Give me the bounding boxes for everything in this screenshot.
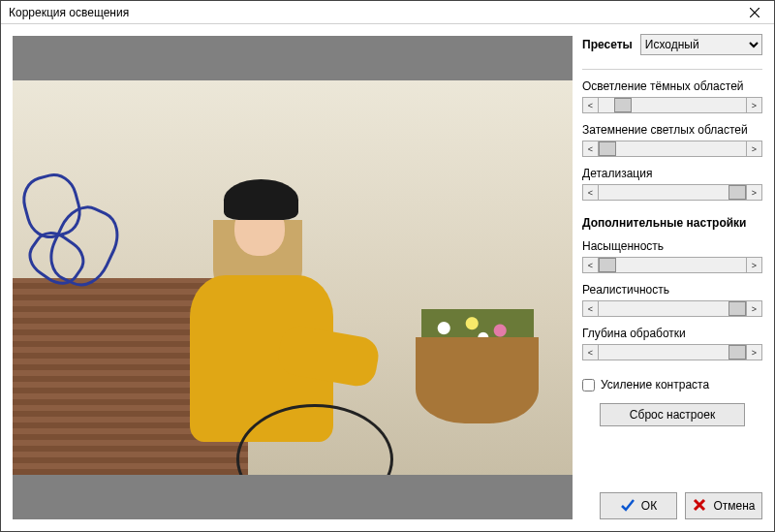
slider-control[interactable]: < >	[582, 141, 762, 157]
slider-track[interactable]	[599, 345, 746, 360]
slider-darken-light: Затемнение светлых областей < >	[582, 123, 762, 157]
chevron-right-icon[interactable]: >	[746, 98, 761, 112]
slider-control[interactable]: < >	[582, 97, 762, 113]
divider	[582, 69, 762, 70]
sidebar-controls: Пресеты Исходный Осветление тёмных облас…	[573, 24, 774, 531]
preview-image	[13, 80, 573, 476]
slider-thumb[interactable]	[728, 185, 746, 200]
slider-track[interactable]	[599, 301, 746, 316]
chevron-left-icon[interactable]: <	[583, 301, 599, 316]
slider-label: Глубина обработки	[582, 327, 762, 340]
cancel-label: Отмена	[713, 499, 755, 513]
close-button[interactable]	[735, 1, 774, 24]
slider-control[interactable]: < >	[582, 184, 762, 201]
check-icon	[620, 497, 636, 516]
chevron-right-icon[interactable]: >	[746, 141, 761, 156]
slider-label: Осветление тёмных областей	[582, 79, 762, 93]
slider-detail: Детализация < >	[582, 167, 762, 201]
slider-depth: Глубина обработки < >	[582, 327, 762, 360]
slider-lighten-dark: Осветление тёмных областей < >	[582, 79, 762, 113]
slider-thumb[interactable]	[599, 141, 616, 156]
titlebar: Коррекция освещения	[1, 1, 774, 24]
cross-icon	[692, 497, 707, 516]
slider-realism: Реалистичность < >	[582, 283, 762, 317]
preset-row: Пресеты Исходный	[582, 34, 762, 55]
close-icon	[750, 8, 760, 17]
chevron-right-icon[interactable]: >	[746, 301, 761, 316]
chevron-left-icon[interactable]: <	[583, 345, 599, 360]
window-title: Коррекция освещения	[9, 6, 129, 19]
advanced-heading: Дополнительные настройки	[582, 216, 762, 230]
chevron-left-icon[interactable]: <	[583, 258, 599, 272]
slider-label: Затемнение светлых областей	[582, 123, 762, 137]
chevron-left-icon[interactable]: <	[583, 141, 599, 156]
chevron-right-icon[interactable]: >	[746, 258, 761, 272]
slider-label: Детализация	[582, 167, 762, 180]
slider-track[interactable]	[599, 185, 746, 200]
contrast-checkbox[interactable]	[582, 379, 595, 391]
dialog-window: Коррекция освещения	[0, 0, 775, 532]
contrast-checkbox-row: Усиление контраста	[582, 378, 762, 391]
slider-control[interactable]: < >	[582, 257, 762, 273]
slider-thumb[interactable]	[614, 98, 632, 112]
slider-label: Реалистичность	[582, 283, 762, 297]
dialog-footer: ОК Отмена	[582, 492, 762, 519]
chevron-right-icon[interactable]: >	[746, 185, 761, 200]
preview-pane	[13, 36, 573, 519]
slider-saturation: Насыщенность < >	[582, 239, 762, 273]
slider-track[interactable]	[599, 141, 746, 156]
ok-button[interactable]: ОК	[600, 492, 677, 519]
preset-label: Пресеты	[582, 38, 633, 51]
slider-thumb[interactable]	[728, 345, 746, 360]
dialog-body: Пресеты Исходный Осветление тёмных облас…	[1, 24, 774, 531]
slider-thumb[interactable]	[599, 258, 616, 272]
slider-thumb[interactable]	[728, 301, 746, 316]
chevron-left-icon[interactable]: <	[583, 98, 599, 112]
contrast-label: Усиление контраста	[601, 378, 709, 391]
cancel-button[interactable]: Отмена	[685, 492, 762, 519]
reset-button[interactable]: Сброс настроек	[600, 403, 745, 426]
slider-control[interactable]: < >	[582, 300, 762, 317]
slider-label: Насыщенность	[582, 239, 762, 253]
slider-control[interactable]: < >	[582, 344, 762, 360]
chevron-right-icon[interactable]: >	[746, 345, 761, 360]
slider-track[interactable]	[599, 98, 746, 112]
ok-label: ОК	[641, 499, 657, 513]
slider-track[interactable]	[599, 258, 746, 272]
preset-select[interactable]: Исходный	[640, 34, 762, 55]
chevron-left-icon[interactable]: <	[583, 185, 599, 200]
